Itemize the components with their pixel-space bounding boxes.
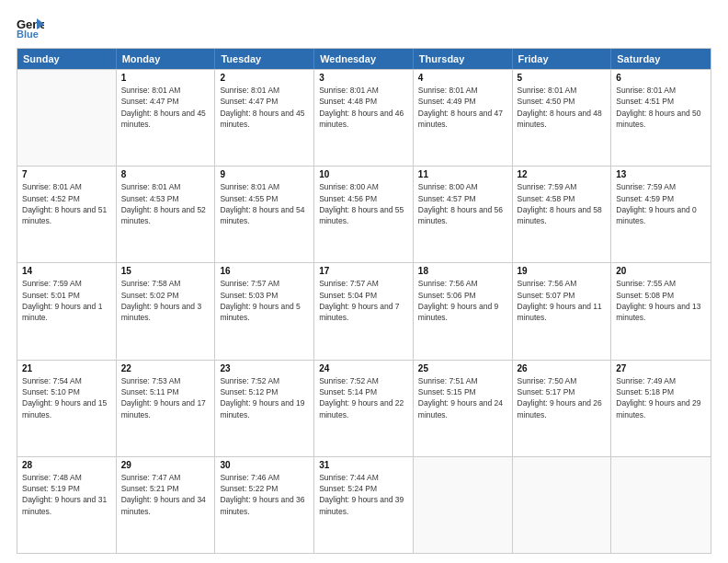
cell-date: 20 [616, 266, 706, 276]
calendar-row: 28 Sunrise: 7:48 AM Sunset: 5:19 PM Dayl… [17, 456, 711, 553]
weekday-header-sunday: Sunday [17, 49, 117, 69]
cell-date: 27 [616, 363, 706, 373]
calendar-cell: 10 Sunrise: 8:00 AM Sunset: 4:56 PM Dayl… [314, 167, 414, 262]
cell-info: Sunrise: 7:47 AM Sunset: 5:21 PM Dayligh… [121, 472, 210, 517]
cell-date: 18 [418, 266, 507, 276]
calendar-cell: 1 Sunrise: 8:01 AM Sunset: 4:47 PM Dayli… [117, 70, 216, 166]
calendar-cell: 29 Sunrise: 7:47 AM Sunset: 5:21 PM Dayl… [117, 457, 216, 553]
calendar-cell [17, 70, 117, 166]
cell-info: Sunrise: 8:01 AM Sunset: 4:47 PM Dayligh… [121, 85, 210, 130]
calendar-body: 1 Sunrise: 8:01 AM Sunset: 4:47 PM Dayli… [17, 69, 711, 553]
cell-date: 19 [518, 266, 607, 276]
calendar-cell: 4 Sunrise: 8:01 AM Sunset: 4:49 PM Dayli… [414, 70, 513, 166]
cell-date: 17 [319, 266, 408, 276]
cell-date: 28 [22, 460, 111, 470]
cell-date: 25 [418, 363, 507, 373]
calendar-cell: 8 Sunrise: 8:01 AM Sunset: 4:53 PM Dayli… [117, 167, 216, 262]
calendar-cell: 15 Sunrise: 7:58 AM Sunset: 5:02 PM Dayl… [117, 263, 216, 359]
cell-info: Sunrise: 7:52 AM Sunset: 5:12 PM Dayligh… [220, 375, 309, 420]
cell-date: 10 [319, 169, 408, 179]
weekday-header-monday: Monday [117, 49, 216, 69]
cell-info: Sunrise: 8:01 AM Sunset: 4:52 PM Dayligh… [22, 181, 111, 226]
cell-info: Sunrise: 7:48 AM Sunset: 5:19 PM Dayligh… [22, 472, 111, 517]
calendar-cell: 11 Sunrise: 8:00 AM Sunset: 4:57 PM Dayl… [414, 167, 513, 262]
calendar-cell: 28 Sunrise: 7:48 AM Sunset: 5:19 PM Dayl… [17, 457, 117, 553]
calendar-cell: 13 Sunrise: 7:59 AM Sunset: 4:59 PM Dayl… [611, 167, 711, 262]
cell-info: Sunrise: 7:57 AM Sunset: 5:03 PM Dayligh… [220, 278, 309, 323]
calendar-cell: 27 Sunrise: 7:49 AM Sunset: 5:18 PM Dayl… [611, 361, 711, 456]
calendar-cell: 5 Sunrise: 8:01 AM Sunset: 4:50 PM Dayli… [513, 70, 612, 166]
cell-info: Sunrise: 7:46 AM Sunset: 5:22 PM Dayligh… [220, 472, 309, 517]
weekday-header-thursday: Thursday [414, 49, 513, 69]
calendar-cell: 23 Sunrise: 7:52 AM Sunset: 5:12 PM Dayl… [215, 361, 314, 456]
cell-info: Sunrise: 7:59 AM Sunset: 4:58 PM Dayligh… [518, 181, 607, 226]
calendar-cell: 22 Sunrise: 7:53 AM Sunset: 5:11 PM Dayl… [117, 361, 216, 456]
calendar-cell: 17 Sunrise: 7:57 AM Sunset: 5:04 PM Dayl… [314, 263, 414, 359]
cell-info: Sunrise: 8:01 AM Sunset: 4:47 PM Dayligh… [220, 85, 309, 130]
cell-date: 15 [121, 266, 210, 276]
cell-info: Sunrise: 7:57 AM Sunset: 5:04 PM Dayligh… [319, 278, 408, 323]
calendar-cell: 18 Sunrise: 7:56 AM Sunset: 5:06 PM Dayl… [414, 263, 513, 359]
calendar-row: 14 Sunrise: 7:59 AM Sunset: 5:01 PM Dayl… [17, 262, 711, 359]
calendar-cell: 24 Sunrise: 7:52 AM Sunset: 5:14 PM Dayl… [314, 361, 414, 456]
logo-icon: General Blue [17, 17, 44, 39]
cell-date: 11 [418, 169, 507, 179]
cell-info: Sunrise: 8:00 AM Sunset: 4:56 PM Dayligh… [319, 181, 408, 226]
cell-date: 5 [518, 73, 607, 83]
calendar-row: 21 Sunrise: 7:54 AM Sunset: 5:10 PM Dayl… [17, 360, 711, 456]
cell-info: Sunrise: 7:59 AM Sunset: 4:59 PM Dayligh… [616, 181, 706, 226]
cell-info: Sunrise: 7:52 AM Sunset: 5:14 PM Dayligh… [319, 375, 408, 420]
calendar-row: 7 Sunrise: 8:01 AM Sunset: 4:52 PM Dayli… [17, 166, 711, 262]
calendar-cell [611, 457, 711, 553]
calendar-cell: 14 Sunrise: 7:59 AM Sunset: 5:01 PM Dayl… [17, 263, 117, 359]
cell-info: Sunrise: 7:51 AM Sunset: 5:15 PM Dayligh… [418, 375, 507, 420]
logo: General Blue [17, 17, 48, 39]
cell-info: Sunrise: 7:56 AM Sunset: 5:06 PM Dayligh… [418, 278, 507, 323]
calendar-cell: 2 Sunrise: 8:01 AM Sunset: 4:47 PM Dayli… [215, 70, 314, 166]
calendar-row: 1 Sunrise: 8:01 AM Sunset: 4:47 PM Dayli… [17, 69, 711, 166]
calendar-cell: 19 Sunrise: 7:56 AM Sunset: 5:07 PM Dayl… [513, 263, 612, 359]
calendar-cell: 7 Sunrise: 8:01 AM Sunset: 4:52 PM Dayli… [17, 167, 117, 262]
cell-date: 8 [121, 169, 210, 179]
cell-info: Sunrise: 7:53 AM Sunset: 5:11 PM Dayligh… [121, 375, 210, 420]
calendar-cell: 3 Sunrise: 8:01 AM Sunset: 4:48 PM Dayli… [314, 70, 414, 166]
cell-info: Sunrise: 8:01 AM Sunset: 4:50 PM Dayligh… [518, 85, 607, 130]
calendar-cell: 6 Sunrise: 8:01 AM Sunset: 4:51 PM Dayli… [611, 70, 711, 166]
cell-date: 13 [616, 169, 706, 179]
cell-date: 31 [319, 460, 408, 470]
calendar-cell [513, 457, 612, 553]
cell-info: Sunrise: 8:01 AM Sunset: 4:48 PM Dayligh… [319, 85, 408, 130]
cell-date: 3 [319, 73, 408, 83]
page-header: General Blue [17, 17, 711, 39]
calendar-cell: 30 Sunrise: 7:46 AM Sunset: 5:22 PM Dayl… [215, 457, 314, 553]
cell-date: 12 [518, 169, 607, 179]
cell-date: 30 [220, 460, 309, 470]
cell-date: 4 [418, 73, 507, 83]
cell-date: 29 [121, 460, 210, 470]
cell-info: Sunrise: 7:44 AM Sunset: 5:24 PM Dayligh… [319, 472, 408, 517]
weekday-header-saturday: Saturday [611, 49, 711, 69]
cell-info: Sunrise: 7:56 AM Sunset: 5:07 PM Dayligh… [518, 278, 607, 323]
cell-info: Sunrise: 8:01 AM Sunset: 4:49 PM Dayligh… [418, 85, 507, 130]
calendar-cell: 20 Sunrise: 7:55 AM Sunset: 5:08 PM Dayl… [611, 263, 711, 359]
calendar-cell: 31 Sunrise: 7:44 AM Sunset: 5:24 PM Dayl… [314, 457, 414, 553]
cell-date: 16 [220, 266, 309, 276]
weekday-header-friday: Friday [513, 49, 612, 69]
weekday-header-tuesday: Tuesday [215, 49, 314, 69]
cell-date: 26 [518, 363, 607, 373]
calendar-cell: 9 Sunrise: 8:01 AM Sunset: 4:55 PM Dayli… [215, 167, 314, 262]
svg-text:Blue: Blue [17, 29, 39, 39]
calendar-cell [414, 457, 513, 553]
cell-date: 14 [22, 266, 111, 276]
calendar-cell: 21 Sunrise: 7:54 AM Sunset: 5:10 PM Dayl… [17, 361, 117, 456]
calendar-cell: 12 Sunrise: 7:59 AM Sunset: 4:58 PM Dayl… [513, 167, 612, 262]
cell-info: Sunrise: 7:50 AM Sunset: 5:17 PM Dayligh… [518, 375, 607, 420]
cell-info: Sunrise: 8:01 AM Sunset: 4:51 PM Dayligh… [616, 85, 706, 130]
calendar: SundayMondayTuesdayWednesdayThursdayFrid… [17, 48, 711, 554]
cell-date: 21 [22, 363, 111, 373]
weekday-header-wednesday: Wednesday [314, 49, 414, 69]
calendar-cell: 16 Sunrise: 7:57 AM Sunset: 5:03 PM Dayl… [215, 263, 314, 359]
cell-date: 1 [121, 73, 210, 83]
cell-date: 23 [220, 363, 309, 373]
cell-info: Sunrise: 8:00 AM Sunset: 4:57 PM Dayligh… [418, 181, 507, 226]
